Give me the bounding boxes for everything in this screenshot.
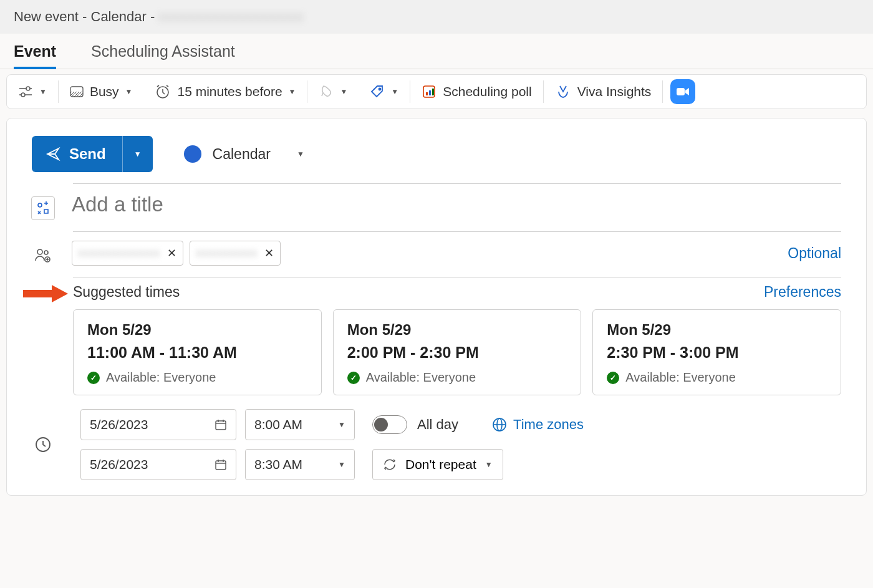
svg-point-14: [38, 203, 42, 207]
send-button[interactable]: Send ▼: [32, 136, 153, 172]
end-time-value: 8:30 AM: [254, 457, 302, 472]
svg-rect-9: [426, 92, 428, 95]
title-input[interactable]: [72, 193, 841, 216]
sliders-icon: [18, 85, 33, 99]
paint-icon: [319, 84, 334, 99]
suggested-date: Mon 5/29: [607, 321, 827, 339]
end-date-input[interactable]: 5/26/2023: [80, 449, 236, 480]
redacted-attendee: xxxxxxxxx: [196, 248, 258, 259]
availability: ✓ Available: Everyone: [607, 370, 827, 385]
check-circle-icon: ✓: [607, 372, 619, 384]
suggested-times-list: Mon 5/29 11:00 AM - 11:30 AM ✓ Available…: [7, 309, 866, 407]
optional-attendees-link[interactable]: Optional: [788, 245, 841, 262]
availability-text: Available: Everyone: [625, 370, 735, 385]
start-date-value: 5/26/2023: [90, 417, 148, 432]
availability: ✓ Available: Everyone: [347, 370, 567, 385]
svg-rect-12: [677, 88, 685, 95]
send-icon: [46, 147, 60, 161]
preferences-link[interactable]: Preferences: [764, 284, 841, 301]
zoom-button[interactable]: [663, 75, 703, 108]
suggested-date: Mon 5/29: [347, 321, 567, 339]
attendee-chip[interactable]: xxxxxxxxxxxx ✕: [72, 241, 183, 266]
suggested-times-label: Suggested times: [73, 284, 180, 301]
remove-attendee-icon[interactable]: ✕: [167, 246, 176, 260]
redacted-attendee: xxxxxxxxxxxx: [79, 248, 161, 259]
format-button[interactable]: ▼: [307, 75, 359, 108]
start-time-input[interactable]: 8:00 AM ▼: [245, 409, 355, 440]
calendar-picker[interactable]: Calendar ▼: [184, 145, 304, 163]
time-zones-link[interactable]: Time zones: [492, 417, 584, 433]
viva-insights-button[interactable]: Viva Insights: [544, 75, 663, 108]
scheduling-poll-label: Scheduling poll: [443, 84, 531, 99]
repeat-select[interactable]: Don't repeat ▼: [372, 449, 503, 480]
calendar-icon: [215, 418, 227, 431]
suggested-time-card[interactable]: Mon 5/29 11:00 AM - 11:30 AM ✓ Available…: [73, 309, 322, 395]
chevron-down-icon: ▼: [297, 150, 304, 158]
end-date-value: 5/26/2023: [90, 457, 148, 472]
people-icon: [34, 248, 52, 263]
send-dropdown[interactable]: ▼: [122, 136, 153, 172]
response-options-button[interactable]: ▼: [7, 75, 58, 108]
repeat-icon: [383, 458, 397, 471]
tag-icon: [370, 84, 385, 99]
zoom-icon: [670, 79, 695, 104]
chevron-down-icon: ▼: [289, 87, 296, 96]
svg-point-1: [26, 87, 30, 90]
send-row: Send ▼ Calendar ▼: [7, 118, 866, 183]
svg-point-3: [21, 93, 25, 97]
send-label: Send: [69, 145, 106, 163]
busy-icon: [70, 86, 84, 97]
svg-point-7: [379, 89, 381, 90]
all-day-label: All day: [417, 417, 458, 433]
svg-point-15: [37, 249, 42, 254]
attendee-chip[interactable]: xxxxxxxxx ✕: [190, 241, 281, 266]
viva-icon: [555, 84, 571, 100]
calendar-name: Calendar: [213, 146, 271, 163]
scheduling-poll-button[interactable]: Scheduling poll: [410, 75, 543, 108]
title-row: [7, 186, 866, 226]
datetime-row: 5/26/2023 8:00 AM ▼ All day: [7, 407, 866, 483]
check-circle-icon: ✓: [87, 372, 100, 384]
svg-rect-5: [70, 92, 83, 97]
all-day-toggle[interactable]: [372, 415, 407, 434]
tab-event[interactable]: Event: [14, 42, 56, 69]
emoji-picker-button[interactable]: [31, 196, 55, 220]
suggested-time-card[interactable]: Mon 5/29 2:00 PM - 2:30 PM ✓ Available: …: [333, 309, 582, 395]
time-zones-label: Time zones: [513, 417, 584, 433]
chevron-down-icon: ▼: [485, 460, 493, 469]
svg-point-16: [44, 251, 48, 254]
viva-label: Viva Insights: [577, 84, 652, 99]
divider: [73, 231, 841, 232]
chevron-down-icon: ▼: [338, 420, 345, 429]
chevron-down-icon: ▼: [338, 460, 345, 469]
show-as-label: Busy: [90, 84, 119, 99]
svg-rect-26: [216, 461, 226, 470]
suggested-times-header: Suggested times Preferences: [7, 280, 866, 309]
start-time-value: 8:00 AM: [254, 417, 302, 432]
check-circle-icon: ✓: [347, 372, 360, 384]
show-as-button[interactable]: Busy ▼: [59, 75, 144, 108]
svg-rect-10: [429, 90, 431, 95]
categorize-button[interactable]: ▼: [359, 75, 410, 108]
suggested-date: Mon 5/29: [87, 321, 307, 339]
chevron-down-icon: ▼: [340, 87, 347, 96]
svg-rect-19: [216, 421, 226, 430]
tab-scheduling-assistant[interactable]: Scheduling Assistant: [91, 42, 235, 69]
end-time-input[interactable]: 8:30 AM ▼: [245, 449, 355, 480]
chevron-down-icon: ▼: [125, 87, 133, 96]
globe-icon: [492, 417, 507, 432]
repeat-value: Don't repeat: [405, 457, 476, 472]
annotation-arrow-icon: [23, 285, 68, 305]
suggested-time-card[interactable]: Mon 5/29 2:30 PM - 3:00 PM ✓ Available: …: [592, 309, 841, 395]
start-date-input[interactable]: 5/26/2023: [80, 409, 236, 440]
reminder-button[interactable]: 15 minutes before ▼: [143, 75, 307, 108]
remove-attendee-icon[interactable]: ✕: [264, 246, 274, 260]
divider: [73, 183, 841, 184]
poll-icon: [422, 84, 436, 99]
divider: [73, 277, 841, 277]
calendar-icon: [215, 458, 227, 471]
availability-text: Available: Everyone: [366, 370, 476, 385]
availability-text: Available: Everyone: [106, 370, 216, 385]
alarm-clock-icon: [155, 84, 171, 100]
event-form: Send ▼ Calendar ▼: [6, 118, 867, 496]
